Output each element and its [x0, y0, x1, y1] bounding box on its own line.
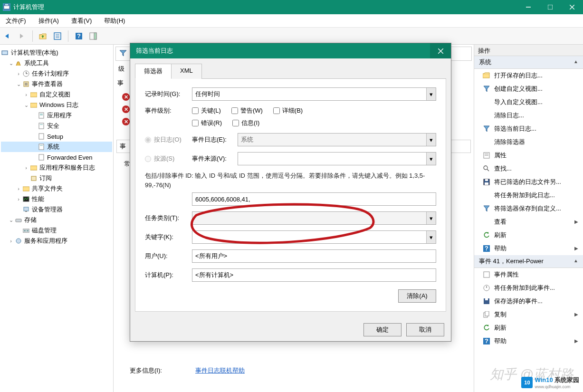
actions-pane-button[interactable]	[87, 30, 99, 42]
menu-view[interactable]: 查看(V)	[68, 15, 95, 27]
expand-icon[interactable]: ›	[15, 186, 22, 191]
cancel-button[interactable]: 取消	[406, 323, 444, 336]
tree-forwarded[interactable]: Forwarded Even	[1, 152, 112, 163]
action-help2[interactable]: ?帮助▶	[474, 335, 583, 348]
back-button[interactable]	[2, 30, 13, 42]
close-button[interactable]	[561, 0, 583, 14]
tree-application[interactable]: 应用程序	[1, 110, 112, 121]
chevron-down-icon[interactable]: ▾	[426, 153, 436, 165]
tree-evtviewer[interactable]: ⌄事件查看器	[1, 79, 112, 89]
collapse-icon[interactable]: ⌄	[15, 81, 22, 87]
actions-sub-event[interactable]: 事件 41，Kernel-Power▲	[474, 255, 583, 268]
action-help[interactable]: ?帮助▶	[474, 242, 583, 255]
action-save-selected[interactable]: 保存选择的事件...	[474, 295, 583, 308]
find-icon	[483, 165, 490, 172]
eventlog-select	[238, 133, 436, 146]
maximize-button[interactable]	[539, 0, 561, 14]
caret-right-icon: ▶	[574, 219, 578, 224]
more-info-label: 更多信息(I):	[130, 366, 162, 375]
tree-security[interactable]: 安全	[1, 121, 112, 131]
menu-file[interactable]: 文件(F)	[3, 15, 29, 27]
tree-appsvclogs[interactable]: ›应用程序和服务日志	[1, 163, 112, 173]
tree-sharedfold[interactable]: ›共享文件夹	[1, 183, 112, 194]
action-copy[interactable]: 复制▶	[474, 308, 583, 321]
action-attach-task-log[interactable]: 将任务附加到此日志...	[474, 189, 583, 202]
action-clear-filter[interactable]: 清除筛选器	[474, 135, 583, 149]
action-view[interactable]: 查看▶	[474, 215, 583, 229]
tree-root[interactable]: 计算机管理(本地)	[1, 48, 112, 58]
collapse-icon[interactable]: ⌄	[8, 217, 14, 223]
error-icon: ✕	[122, 93, 130, 101]
menu-help[interactable]: 帮助(H)	[101, 15, 128, 27]
expand-icon[interactable]: ›	[23, 165, 29, 171]
action-open-saved[interactable]: 打开保存的日志...	[474, 69, 583, 82]
actions-sub-system[interactable]: 系统▲	[474, 56, 583, 69]
tree-subscription[interactable]: 订阅	[1, 173, 112, 183]
expand-icon[interactable]: ›	[8, 238, 14, 244]
radio-bylog: 按日志(O)	[145, 135, 192, 144]
dialog-close-button[interactable]	[430, 43, 451, 58]
svg-rect-39	[25, 211, 27, 212]
chk-info[interactable]: 信息(I)	[232, 119, 259, 127]
expand-icon[interactable]: ›	[23, 92, 29, 97]
clear-button[interactable]: 清除(A)	[398, 289, 436, 303]
action-save-filter-custom[interactable]: 将筛选器保存到自定义...	[474, 202, 583, 215]
tree-tasksched[interactable]: ›任务计划程序	[1, 68, 112, 79]
chevron-down-icon[interactable]: ▾	[426, 231, 436, 243]
tree-setup[interactable]: Setup	[1, 131, 112, 142]
chevron-down-icon[interactable]: ▾	[426, 88, 436, 100]
chk-error[interactable]: 错误(R)	[192, 119, 222, 127]
computer-input[interactable]	[192, 268, 436, 282]
keyword-select[interactable]	[192, 230, 436, 244]
help-button[interactable]: ?	[73, 30, 85, 42]
tree-customview[interactable]: ›自定义视图	[1, 89, 112, 100]
funnel-icon	[483, 125, 490, 133]
expand-icon[interactable]: ›	[15, 71, 22, 76]
action-find[interactable]: 查找...	[474, 162, 583, 175]
user-input[interactable]	[192, 249, 436, 263]
chk-critical[interactable]: 关键(L)	[192, 106, 221, 115]
action-event-props[interactable]: 事件属性	[474, 268, 583, 281]
action-attach-task-evt[interactable]: 将任务附加到此事件...	[474, 281, 583, 295]
expand-icon[interactable]: ›	[15, 196, 22, 202]
action-refresh[interactable]: 刷新	[474, 229, 583, 242]
minimize-button[interactable]	[517, 0, 539, 14]
tab-xml[interactable]: XML	[171, 64, 202, 79]
action-create-custom[interactable]: 创建自定义视图...	[474, 82, 583, 96]
recordtime-select[interactable]	[192, 87, 436, 101]
event-ids-input[interactable]	[192, 192, 436, 206]
action-refresh2[interactable]: 刷新	[474, 321, 583, 335]
tree-perf[interactable]: ›性能	[1, 194, 112, 204]
action-filter-current[interactable]: 筛选当前日志...	[474, 122, 583, 135]
collapse-icon[interactable]: ⌄	[8, 60, 14, 67]
chk-warning[interactable]: 警告(W)	[231, 106, 263, 115]
action-import-custom[interactable]: 导入自定义视图...	[474, 96, 583, 109]
forward-button[interactable]	[16, 30, 28, 42]
action-properties[interactable]: 属性	[474, 149, 583, 162]
ok-button[interactable]: 确定	[363, 323, 401, 336]
tree-diskmgmt[interactable]: 磁盘管理	[1, 225, 112, 236]
action-save-filtered[interactable]: 将已筛选的日志文件另...	[474, 175, 583, 189]
tree-svcapp[interactable]: ›服务和应用程序	[1, 236, 112, 246]
menu-action[interactable]: 操作(A)	[36, 15, 62, 27]
eventsrc-select[interactable]	[238, 152, 436, 165]
toolbar: ?	[0, 28, 583, 45]
event-label: 事	[117, 79, 124, 87]
tree-devmgr[interactable]: 设备管理器	[1, 204, 112, 215]
properties-button[interactable]	[52, 30, 63, 42]
up-folder-button[interactable]	[38, 30, 49, 42]
svg-rect-15	[2, 51, 8, 55]
tree-system[interactable]: 系统	[1, 142, 112, 152]
svg-rect-30	[39, 134, 44, 139]
chk-verbose[interactable]: 详细(B)	[273, 106, 303, 115]
app-icon	[3, 3, 10, 11]
tree-systools[interactable]: ⌄系统工具	[1, 58, 112, 68]
funnel-icon	[483, 85, 490, 93]
event-log-help-link[interactable]: 事件日志联机帮助	[195, 366, 245, 375]
action-clear-log[interactable]: 清除日志...	[474, 109, 583, 122]
tree-storage[interactable]: ⌄存储	[1, 215, 112, 225]
tab-filter[interactable]: 筛选器	[135, 64, 172, 79]
eventlog-label: 事件日志(E):	[192, 135, 238, 144]
collapse-icon[interactable]: ⌄	[23, 102, 29, 108]
tree-winlogs[interactable]: ⌄Windows 日志	[1, 100, 112, 110]
